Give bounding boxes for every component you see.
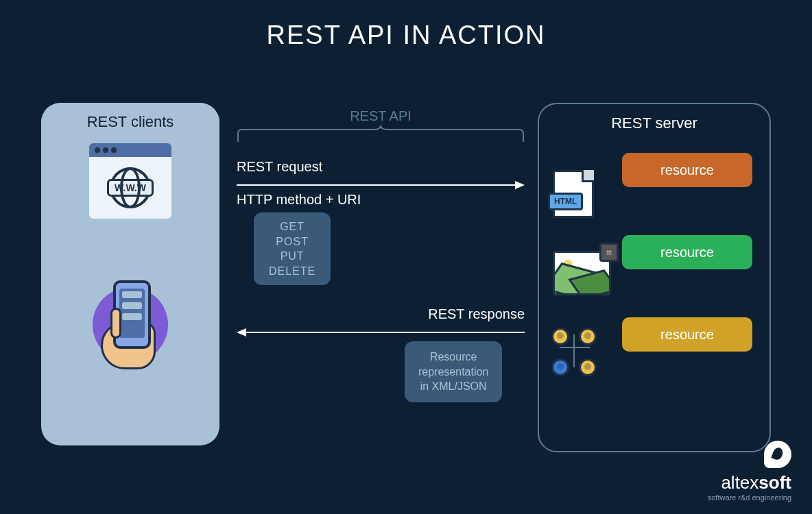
server-heading: REST server [539, 114, 769, 132]
response-line2: representation [418, 365, 488, 380]
response-label: REST response [428, 306, 525, 322]
svg-marker-3 [237, 328, 246, 336]
method-post: POST [269, 234, 315, 249]
svg-marker-1 [515, 181, 525, 189]
image-file-icon: ⌗ [553, 251, 614, 302]
logo-brand-light: altex [721, 472, 759, 493]
users-network-icon [546, 328, 608, 379]
clients-heading: REST clients [41, 113, 219, 131]
resource-badge: resource [622, 235, 752, 269]
resource-badge: resource [622, 317, 752, 352]
response-arrow: REST response [237, 326, 525, 339]
logo-tagline: software r&d engineering [708, 493, 791, 502]
response-line3: in XML/JSON [418, 379, 488, 394]
resource-badge: resource [622, 153, 752, 187]
page-title: REST API IN ACTION [0, 0, 812, 50]
browser-www-icon: W.W.W [89, 143, 171, 219]
html-file-icon: HTML [553, 170, 614, 221]
www-label: W.W.W [107, 179, 154, 197]
resource-row-users: resource [539, 314, 769, 379]
response-line1: Resource [418, 350, 488, 365]
rest-api-label: REST API [237, 108, 525, 124]
response-box: Resource representation in XML/JSON [405, 341, 502, 402]
arrow-right-icon [237, 178, 525, 192]
http-method-uri-label: HTTP method + URI [237, 192, 361, 208]
phone-in-hand-icon [86, 280, 175, 376]
rest-api-brace: REST API [237, 108, 525, 143]
http-methods-box: GET POST PUT DELETE [254, 212, 331, 285]
logo-brand: altexsoft [708, 472, 791, 493]
method-put: PUT [269, 249, 315, 264]
method-get: GET [269, 219, 315, 234]
server-panel: REST server resource HTML resource ⌗ res… [538, 103, 771, 452]
request-label: REST request [237, 159, 322, 175]
html-tag-label: HTML [548, 193, 583, 210]
arrow-left-icon [237, 326, 525, 339]
crop-icon: ⌗ [599, 243, 619, 262]
logo-bubble-icon [764, 441, 791, 468]
brace-icon [237, 124, 525, 143]
diagram-stage: REST clients W.W.W REST API REST request [41, 103, 771, 473]
clients-panel: REST clients W.W.W [41, 103, 219, 445]
altexsoft-logo: altexsoft software r&d engineering [708, 441, 791, 502]
request-arrow: REST request [237, 178, 525, 192]
logo-brand-bold: soft [759, 472, 791, 493]
globe-icon: W.W.W [110, 167, 151, 208]
resource-row-html: resource HTML [539, 149, 769, 215]
method-delete: DELETE [269, 264, 315, 279]
resource-row-image: resource ⌗ [539, 232, 769, 297]
